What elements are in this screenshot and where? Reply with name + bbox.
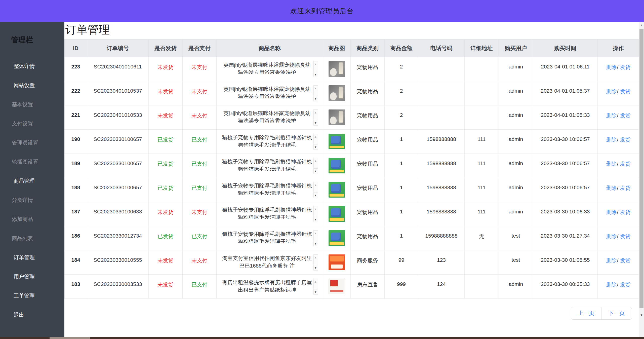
sidebar-item[interactable]: 基本设置 (0, 95, 64, 114)
spinner-down-icon[interactable]: ▼ (314, 265, 318, 270)
horizontal-scrollbar[interactable] (0, 337, 644, 339)
sidebar-item[interactable]: 轮播图设置 (0, 152, 64, 171)
product-thumbnail (329, 206, 345, 222)
spinner-down-icon[interactable]: ▼ (314, 193, 318, 198)
ship-link[interactable]: 发货 (620, 137, 630, 142)
delete-link[interactable]: 删除 (606, 209, 617, 215)
product-name: 猫梳子宠物专用除浮毛刷撸猫神器针梳狗狗猫咪毛发清理开结毛 (222, 230, 313, 243)
delete-link[interactable]: 删除 (606, 88, 617, 94)
paid-status: 未支付 (192, 88, 208, 94)
buyer: admin (499, 81, 533, 105)
ship-link[interactable]: 发货 (620, 257, 630, 263)
sidebar-item[interactable]: 退出 (0, 305, 64, 324)
product-name: 英国jhly银渐层猫咪沐浴露宠物除臭幼猫洗澡专用浴液香波洗护 (222, 109, 313, 123)
product-category: 宠物用品 (351, 57, 385, 81)
table-row: 189 SC20230330100657 已发货 已支付 猫梳子宠物专用除浮毛刷… (65, 154, 639, 178)
product-name: 淘宝支付宝信用代拍闲鱼京东好友阿里巴巴1688代商务服务 注 (222, 254, 313, 268)
spinner-up-icon[interactable]: ▲ (314, 255, 317, 259)
sidebar-item[interactable]: 整体详情 (0, 57, 64, 76)
sidebar-item[interactable]: 添加商品 (0, 210, 64, 229)
ship-link[interactable]: 发货 (620, 282, 630, 287)
ship-link[interactable]: 发货 (620, 64, 630, 70)
ship-link[interactable]: 发货 (620, 112, 630, 118)
action-separator: / (617, 112, 619, 118)
phone-number: 15988888888 (418, 226, 465, 250)
spinner-up-icon[interactable]: ▲ (314, 206, 317, 211)
table-row: 184 SC20230330010555 未发货 未支付 淘宝支付宝信用代拍闲鱼… (65, 250, 639, 275)
paid-status: 已支付 (192, 233, 208, 239)
name-cell-scrollbar[interactable]: ▲ ▼ (313, 254, 318, 271)
spinner-down-icon[interactable]: ▼ (314, 217, 318, 222)
orders-table: ID订单编号是否发货是否支付商品名称商品图商品类别商品金额电话号码详细地址购买用… (64, 39, 639, 299)
next-page-button[interactable]: 下一页 (601, 307, 632, 320)
purchase-time: 2023-03-30 10:06:57 (533, 130, 598, 154)
product-amount: 2 (385, 57, 418, 81)
spinner-up-icon[interactable]: ▲ (314, 61, 317, 66)
name-cell-scrollbar[interactable]: ▲ ▼ (313, 85, 318, 101)
spinner-up-icon[interactable]: ▲ (314, 86, 317, 90)
sidebar-item[interactable]: 分类详情 (0, 191, 64, 210)
delete-link[interactable]: 删除 (606, 282, 617, 287)
spinner-down-icon[interactable]: ▼ (314, 96, 318, 101)
page-title: 订单管理 (65, 23, 639, 36)
sidebar-item[interactable]: 网站设置 (0, 76, 64, 95)
delete-link[interactable]: 删除 (606, 257, 617, 263)
name-cell-scrollbar[interactable]: ▲ ▼ (313, 206, 318, 222)
spinner-up-icon[interactable]: ▲ (314, 110, 317, 114)
sidebar-item[interactable]: 订单管理 (0, 248, 64, 267)
name-cell-scrollbar[interactable]: ▲ ▼ (313, 279, 318, 295)
column-header: 购买时间 (533, 40, 598, 57)
delete-link[interactable]: 删除 (606, 137, 617, 142)
table-row: 190 SC20230330100657 已发货 已支付 猫梳子宠物专用除浮毛刷… (65, 130, 639, 154)
sidebar-item[interactable]: 商品列表 (0, 229, 64, 248)
vertical-scrollbar-thumb[interactable] (639, 29, 643, 308)
name-cell-scrollbar[interactable]: ▲ ▼ (313, 230, 318, 246)
sidebar-item[interactable]: 商品管理 (0, 171, 64, 191)
name-cell-scrollbar[interactable]: ▲ ▼ (313, 61, 318, 77)
product-category: 宠物用品 (351, 130, 385, 154)
spinner-up-icon[interactable]: ▲ (314, 231, 317, 235)
name-cell-scrollbar[interactable]: ▲ ▼ (313, 109, 318, 126)
ship-link[interactable]: 发货 (620, 209, 630, 215)
ship-link[interactable]: 发货 (620, 88, 630, 94)
product-name: 猫梳子宠物专用除浮毛刷撸猫神器针梳狗狗猫咪毛发清理开结毛 (222, 134, 313, 147)
product-thumbnail (329, 85, 345, 101)
spinner-up-icon[interactable]: ▲ (314, 158, 317, 162)
delete-link[interactable]: 删除 (606, 112, 617, 118)
sidebar-item[interactable]: 工单管理 (0, 286, 64, 305)
spinner-up-icon[interactable]: ▲ (314, 279, 317, 283)
sidebar-item[interactable]: 管理员设置 (0, 133, 64, 152)
delete-link[interactable]: 删除 (606, 161, 617, 167)
spinner-down-icon[interactable]: ▼ (314, 72, 318, 77)
spinner-down-icon[interactable]: ▼ (314, 289, 318, 294)
delete-link[interactable]: 删除 (606, 185, 617, 191)
spinner-up-icon[interactable]: ▲ (314, 182, 317, 186)
spinner-down-icon[interactable]: ▼ (314, 241, 318, 246)
spinner-down-icon[interactable]: ▼ (314, 120, 318, 125)
order-id: 221 (65, 105, 87, 130)
sidebar-item[interactable]: 用户管理 (0, 267, 64, 286)
delete-link[interactable]: 删除 (606, 64, 617, 70)
scroll-up-icon[interactable]: ▲ (639, 22, 644, 28)
scroll-down-icon[interactable]: ▼ (639, 313, 644, 317)
order-number: SC20230401010537 (87, 81, 149, 105)
name-cell-scrollbar[interactable]: ▲ ▼ (313, 158, 318, 174)
ship-link[interactable]: 发货 (620, 233, 630, 239)
spinner-up-icon[interactable]: ▲ (314, 134, 317, 138)
prev-page-button[interactable]: 上一页 (571, 307, 601, 320)
ship-link[interactable]: 发货 (620, 161, 630, 167)
phone-number: 1598888888 (418, 202, 465, 226)
address: 111 (465, 202, 499, 226)
vertical-scrollbar[interactable]: ▲ ▼ (639, 22, 644, 337)
horizontal-scrollbar-thumb[interactable] (50, 337, 90, 339)
name-cell-scrollbar[interactable]: ▲ ▼ (313, 134, 318, 150)
ship-link[interactable]: 发货 (620, 185, 630, 191)
spinner-down-icon[interactable]: ▼ (314, 144, 318, 149)
spinner-down-icon[interactable]: ▼ (314, 168, 318, 174)
delete-link[interactable]: 删除 (606, 233, 617, 239)
sidebar-item[interactable]: 支付设置 (0, 114, 64, 133)
name-cell-scrollbar[interactable]: ▲ ▼ (313, 182, 318, 198)
product-name: 猫梳子宠物专用除浮毛刷撸猫神器针梳狗狗猫咪毛发清理开结毛 (222, 206, 313, 219)
order-id: 222 (65, 81, 87, 105)
paid-status: 已支付 (192, 161, 208, 167)
